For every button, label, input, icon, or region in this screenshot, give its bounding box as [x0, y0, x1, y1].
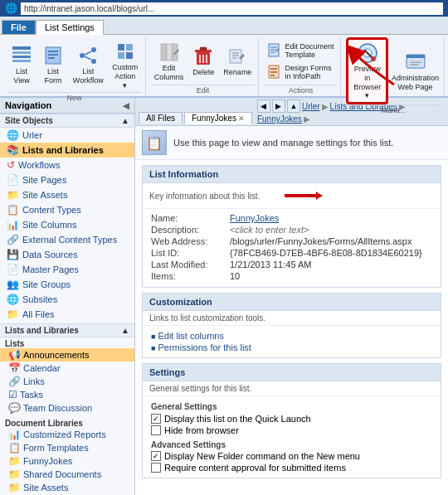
nav-item-site-assets[interactable]: 📁 Site Assets	[0, 187, 134, 202]
list-workflow-button[interactable]: ListWorkflow	[70, 41, 107, 88]
info-label-name: Name:	[151, 213, 230, 223]
svg-rect-16	[126, 52, 133, 59]
nav-forward-button[interactable]: ▶	[272, 99, 285, 113]
list-item-calendar[interactable]: 📅 Calendar	[0, 362, 134, 375]
nav-panel: Navigation ◀ Site Objects ▲ 🌐 Urler 📚 Li…	[0, 98, 135, 495]
permissions-link[interactable]: ■Permissions for this list	[151, 342, 432, 353]
info-value-description[interactable]: <click to enter text>	[230, 225, 309, 235]
list-item-announcements[interactable]: 📢 Announcements	[0, 348, 134, 362]
info-label-description: Description:	[151, 225, 230, 235]
admin-web-page-button[interactable]: AdministrationWeb Page	[390, 48, 441, 95]
list-item-tasks[interactable]: ☑ Tasks	[0, 388, 134, 401]
settings-subtext: General settings for this list.	[143, 381, 441, 396]
edit-doc-template-icon	[267, 43, 282, 58]
svg-rect-6	[48, 54, 58, 56]
site-columns-icon: 📊	[7, 219, 19, 231]
svg-line-12	[85, 56, 91, 60]
edit-columns-button[interactable]: EditColumns	[151, 38, 187, 85]
content-approval-checkbox[interactable]	[151, 463, 161, 473]
info-row-last-modified: Last Modified: 1/21/2013 11:45 AM	[151, 260, 432, 269]
custom-action-label: CustomAction ▾	[112, 63, 139, 90]
tab-list-settings[interactable]: List Settings	[36, 20, 104, 35]
checkbox-quick-launch[interactable]: ✓ Display this list on the Quick Launch	[151, 413, 432, 425]
admin-web-page-icon	[404, 51, 427, 74]
nav-item-urler[interactable]: 🌐 Urler	[0, 128, 134, 143]
nav-item-site-groups[interactable]: 👥 Site Groups	[0, 277, 134, 292]
rename-button[interactable]: Rename	[220, 42, 255, 80]
svg-rect-14	[126, 44, 133, 51]
nav-item-all-files[interactable]: 📁 All Files	[0, 307, 134, 322]
svg-rect-0	[12, 46, 31, 50]
breadcrumb-link-funny-jokes[interactable]: FunnyJokes	[257, 114, 302, 124]
list-info-subtext-row: Key information about this list.	[143, 183, 441, 209]
nav-item-subsites[interactable]: 🌐 Subsites	[0, 292, 134, 307]
edit-list-columns-link[interactable]: ■Edit list columns	[151, 330, 432, 342]
nav-item-external-content[interactable]: 🔗 External Content Types	[0, 232, 134, 247]
list-form-label: ListForm	[45, 67, 62, 85]
info-label-list-id: List ID:	[151, 248, 230, 258]
list-view-button[interactable]: ListView	[7, 41, 37, 88]
custom-action-button[interactable]: CustomAction ▾	[109, 37, 142, 92]
doc-item-form-templates[interactable]: 📋 Form Templates	[0, 441, 134, 454]
delete-icon	[192, 45, 215, 68]
page-list-icon: 📋	[142, 130, 167, 155]
new-folder-checkbox[interactable]: ✓	[151, 451, 161, 461]
nav-item-master-pages[interactable]: 📄 Master Pages	[0, 262, 134, 277]
nav-item-workflows[interactable]: ↺ Workflows	[0, 158, 134, 172]
doc-item-shared-documents[interactable]: 📁 Shared Documents	[0, 468, 134, 481]
master-pages-icon: 📄	[7, 264, 19, 275]
workflows-icon: ↺	[7, 159, 15, 171]
list-item-team-discussion[interactable]: 💬 Team Discussion	[0, 401, 134, 415]
nav-item-data-sources[interactable]: 💾 Data Sources	[0, 247, 134, 262]
breadcrumb-link-urler[interactable]: Urler	[302, 102, 320, 111]
design-forms-icon	[267, 65, 282, 80]
advanced-settings-label: Advanced Settings	[151, 438, 432, 450]
svg-rect-15	[118, 52, 124, 59]
edit-doc-template-button[interactable]: Edit DocumentTemplate	[264, 41, 337, 61]
site-objects-header: Site Objects ▲	[0, 114, 134, 128]
quick-launch-checkbox[interactable]: ✓	[151, 414, 161, 424]
svg-rect-18	[167, 44, 172, 61]
list-item-links[interactable]: 🔗 Links	[0, 375, 134, 388]
info-label-web-address: Web Address:	[151, 236, 230, 246]
tab-file[interactable]: File	[2, 20, 36, 34]
nav-up-button[interactable]: ▲	[287, 99, 300, 113]
shared-documents-icon: 📁	[8, 468, 21, 480]
nav-back-button[interactable]: ◀	[257, 99, 270, 113]
nav-item-site-pages[interactable]: 📄 Site Pages	[0, 172, 134, 187]
preview-browser-label: Preview inBrowser ▾	[351, 65, 383, 100]
svg-rect-13	[118, 44, 124, 51]
info-row-list-id: List ID: {78FCB469-D7EB-4BF6-8E08-8D1834…	[151, 248, 432, 258]
list-info-content: Name: FunnyJokes Description: <click to …	[143, 209, 441, 287]
checkbox-content-approval[interactable]: Require content approval for submitted i…	[151, 462, 432, 473]
preview-browser-button[interactable]: Preview inBrowser ▾	[346, 37, 388, 104]
doc-item-funny-jokes[interactable]: 📁 FunnyJokes	[0, 454, 134, 468]
tab-funny-jokes[interactable]: FunnyJokes ✕	[184, 112, 252, 124]
design-forms-button[interactable]: Design Formsin InfoPath	[264, 62, 337, 82]
checkbox-hide-browser[interactable]: Hide from browser	[151, 425, 432, 436]
doc-item-site-assets[interactable]: 📁 Site Assets	[0, 481, 134, 494]
tab-close-icon[interactable]: ✕	[238, 114, 245, 123]
nav-item-lists-libraries[interactable]: 📚 Lists and Libraries	[0, 143, 134, 158]
nav-item-content-types[interactable]: 📋 Content Types	[0, 202, 134, 217]
list-info-subtext: Key information about this list.	[149, 192, 260, 201]
hide-browser-checkbox[interactable]	[151, 425, 161, 435]
design-forms-label: Design Formsin InfoPath	[285, 64, 331, 80]
list-form-button[interactable]: ListForm	[38, 41, 68, 88]
delete-button[interactable]: Delete	[188, 42, 218, 80]
info-value-name[interactable]: FunnyJokes	[230, 213, 279, 223]
site-assets-icon: 📁	[7, 189, 19, 201]
breadcrumb-sep1: ▶	[322, 102, 329, 111]
nav-item-site-columns[interactable]: 📊 Site Columns	[0, 217, 134, 232]
info-row-web-address: Web Address: /blogs/urler/FunnyJokes/For…	[151, 236, 432, 246]
url-bar[interactable]: http://intranet.jason.local/blogs/url...	[21, 2, 443, 15]
general-settings-label: General Settings	[151, 400, 432, 413]
svg-rect-2	[12, 56, 31, 58]
info-value-last-modified: 1/21/2013 11:45 AM	[230, 260, 311, 269]
checkbox-new-folder[interactable]: ✓ Display New Folder command on the New …	[151, 450, 432, 462]
doc-item-customized-reports[interactable]: 📊 Customized Reports	[0, 428, 134, 441]
lists-lib-collapse[interactable]: ▲	[121, 326, 129, 335]
tab-all-files[interactable]: All Files	[139, 112, 183, 124]
site-objects-collapse[interactable]: ▲	[121, 116, 129, 125]
svg-rect-17	[161, 44, 166, 61]
